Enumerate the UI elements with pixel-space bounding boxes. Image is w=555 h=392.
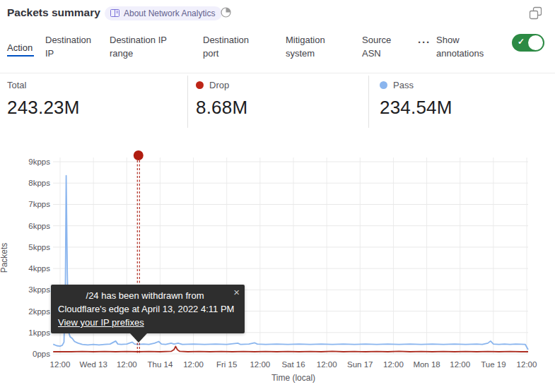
y-tick-label: 2kpps [28,307,50,316]
annotation-marker[interactable] [134,150,144,160]
y-tick-label: 4kpps [28,264,50,273]
y-axis-title: Packets [0,235,9,280]
x-tick-label: 12:00 [317,360,337,369]
close-icon[interactable]: × [233,285,240,299]
x-tick-label: 12:00 [517,360,537,369]
x-tick-label: Thu 14 [148,360,173,369]
y-tick-label: 3kpps [28,285,50,294]
packets-summary-panel: Packets summary About Network Analytics … [0,0,555,392]
y-tick-label: 0pps [33,350,50,358]
y-tick-label: 9kpps [28,158,50,166]
x-tick-label: Sun 17 [347,360,373,369]
y-tick-label: 7kpps [28,200,50,208]
x-tick-label: 12:00 [450,360,470,369]
y-tick-label: 1kpps [28,328,50,337]
x-tick-label: Sat 16 [281,360,305,369]
x-tick-label: 12:00 [117,360,137,369]
x-tick-label: 12:00 [250,360,270,369]
x-tick-label: Mon 18 [413,360,440,369]
view-ip-prefixes-link[interactable]: View your IP prefixes [58,317,144,328]
x-tick-label: Fri 15 [216,360,237,369]
x-tick-label: 12:00 [383,360,404,369]
y-tick-label: 6kpps [28,222,50,230]
x-tick-label: 12:00 [183,360,204,369]
annotation-tooltip: × /24 has been withdrawn from Cloudflare… [51,285,245,333]
series-line-drop [53,346,528,352]
y-tick-label: 5kpps [28,243,50,251]
x-tick-label: Wed 13 [79,360,107,369]
tooltip-line2: Cloudflare's edge at April 13, 2022 4:11… [58,302,238,316]
tooltip-line1: /24 has been withdrawn from [58,289,238,302]
x-tick-label: Tue 19 [481,360,506,369]
x-axis-title: Time (local) [240,373,346,383]
x-tick-label: 12:00 [50,360,71,369]
y-tick-label: 8kpps [28,179,50,187]
